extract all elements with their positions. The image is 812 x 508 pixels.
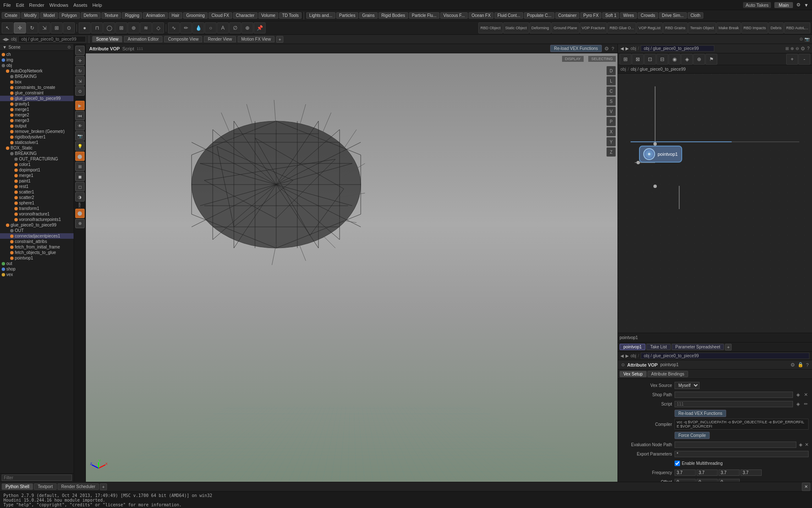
tab-scene-view[interactable]: Scene View (92, 36, 122, 42)
vp-render-icon[interactable]: ◼ (75, 172, 85, 181)
tool-rivet-icon[interactable]: ⊕ (241, 22, 253, 33)
tool-transform-icon[interactable]: ⊞ (51, 22, 63, 33)
viewport-help-icon[interactable]: ? (612, 46, 614, 51)
tool-circle-icon[interactable]: ○ (205, 22, 217, 33)
console-content[interactable]: Python 2.7.9 (default, Oct 24 2013, 17:4… (0, 491, 812, 508)
vp-shading-icon[interactable]: ◑ (75, 192, 85, 202)
toolbar-viscous[interactable]: Viscous F... (440, 12, 468, 19)
tree-item-glue-constraint[interactable]: glue_constraint (0, 90, 74, 96)
ne-icon-zoom-out[interactable]: - (798, 54, 810, 65)
vp-rt-persp-icon[interactable]: P (606, 117, 616, 126)
tree-item-dopimport1[interactable]: dopimport1 (0, 167, 74, 173)
tree-item-out-fracturing[interactable]: OUT_FRACTURING (0, 156, 74, 162)
tree-item-sphere1[interactable]: sphere1 (0, 200, 74, 206)
tree-item-box[interactable]: box (0, 79, 74, 85)
tree-item-pointvop1[interactable]: pointvop1 (0, 255, 74, 261)
tree-item-merge3[interactable]: merge3 (0, 118, 74, 123)
props-tab-pointvop1[interactable]: pointvop1 (620, 344, 645, 350)
toolbar-particles[interactable]: Particles (336, 12, 358, 19)
props-path-fwd[interactable]: ▶ (625, 353, 629, 358)
tree-item-glue-piece[interactable]: glue_piece0_to_piece99 (0, 96, 74, 101)
toolbar-hair[interactable]: Hair (169, 12, 182, 19)
vp-scale-icon[interactable]: ⇲ (75, 76, 85, 86)
ne-icon-2[interactable]: ⊠ (632, 54, 644, 65)
workspace-settings-icon[interactable]: ⚙ (796, 2, 801, 8)
tree-item-output[interactable]: output (0, 123, 74, 129)
props-tab-take-list[interactable]: Take List (646, 344, 670, 350)
viewport-reload-vex-button[interactable]: Re-load VEX Functions (550, 45, 602, 52)
vp-rt-x-icon[interactable]: X (606, 127, 616, 136)
tool-scale-icon[interactable]: ⇲ (38, 22, 50, 33)
right-help-icon[interactable]: ? (807, 46, 809, 51)
prop-script-input[interactable] (675, 401, 793, 407)
tool-metaball-icon[interactable]: ⊛ (128, 22, 140, 33)
prop-freq-4[interactable] (741, 469, 762, 476)
toolbar-cloth[interactable]: Cloth (688, 12, 703, 19)
props-vex-setup-tab[interactable]: Vex Setup (620, 371, 647, 377)
tree-item-obj[interactable]: obj (0, 63, 74, 68)
vp-camera-icon[interactable]: 📷 (75, 131, 85, 141)
tree-item-ch[interactable]: ch (0, 52, 74, 57)
prop-off-3[interactable] (719, 479, 740, 482)
tree-item-out-root[interactable]: out (0, 261, 74, 266)
vp-rt-cam-icon[interactable]: C (606, 86, 616, 96)
tool-tube-icon[interactable]: ⊓ (91, 22, 103, 33)
toolbar-animation[interactable]: Animation (143, 12, 167, 19)
tree-item-shop[interactable]: shop (0, 266, 74, 272)
ne-icon-7[interactable]: ⊕ (693, 54, 705, 65)
prop-force-compile-button[interactable]: Force Compile (675, 432, 710, 439)
tool-sticky-icon[interactable]: 📌 (254, 22, 266, 33)
ne-icon-3[interactable]: ⊡ (644, 54, 656, 65)
prop-reload-vex-button[interactable]: Re-load VEX Functions (675, 410, 726, 417)
tool-null-icon[interactable]: ∅ (229, 22, 241, 33)
vp-rt-y-icon[interactable]: Y (606, 137, 616, 146)
vp-zoom-icon[interactable]: ⊕ (75, 219, 85, 228)
tree-item-merge1b[interactable]: merge1 (0, 173, 74, 178)
right-settings-icon[interactable]: ⚙ (801, 46, 805, 52)
tab-render-view[interactable]: Render View (204, 36, 236, 42)
toolbar-ocean-fx[interactable]: Ocean FX (469, 12, 494, 19)
ne-icon-1[interactable]: ⊞ (620, 54, 631, 65)
vp-wireframe-icon[interactable]: ◻ (75, 182, 85, 191)
console-tab-render-sched[interactable]: Render Scheduler (58, 483, 99, 490)
tree-item-connectadjacent[interactable]: connectadjacentpieces1 (0, 233, 74, 239)
prop-freq-1[interactable] (675, 469, 696, 476)
prop-off-1[interactable] (675, 479, 696, 482)
toolbar-drive-sim[interactable]: Drive Sim... (659, 12, 687, 19)
toolbar-populate-c[interactable]: Populate C... (524, 12, 554, 19)
tree-item-remove-broken[interactable]: remove_broken (Geometr) (0, 129, 74, 134)
tool-make-break-icon[interactable]: Make Break (716, 22, 741, 33)
prop-shop-path-pick-icon[interactable]: ◈ (796, 392, 801, 398)
tree-item-color1[interactable]: color1 (0, 162, 74, 167)
toolbar-modify[interactable]: Modify (21, 12, 39, 19)
prop-export-params-input[interactable] (675, 451, 809, 457)
tree-item-gravity[interactable]: gravity1 (0, 101, 74, 107)
prop-script-pick-icon[interactable]: ◈ (796, 401, 801, 407)
tool-move-icon[interactable]: ✛ (14, 22, 26, 33)
tree-item-breaking[interactable]: BREAKING (0, 74, 74, 79)
vp-grid-icon[interactable]: ⊞ (75, 162, 85, 171)
ne-icon-4[interactable]: ⊟ (656, 54, 668, 65)
node-editor-area[interactable]: pointvop1 (618, 74, 812, 333)
tab-composite-view[interactable]: Composite View (164, 36, 202, 42)
vp-sim-icon[interactable]: ▶ (75, 101, 85, 110)
prop-script-edit-icon[interactable]: ✏ (803, 401, 809, 407)
tree-item-rest1[interactable]: rest1 (0, 184, 74, 189)
prop-eval-path-input[interactable] (675, 442, 796, 448)
tree-item-staticsolver[interactable]: staticsolver1 (0, 140, 74, 145)
props-gear-icon[interactable]: ⚙ (790, 362, 795, 368)
tree-item-paint1[interactable]: paint1 (0, 178, 74, 184)
tree-item-scatter1[interactable]: scatter1 (0, 189, 74, 195)
viewport-settings-icon[interactable]: ⚙ (604, 46, 609, 52)
vp-rt-z-icon[interactable]: Z (606, 147, 616, 157)
tool-rbd-object-icon[interactable]: RBD Object (478, 22, 503, 33)
prop-shop-path-clear-icon[interactable]: ✕ (803, 392, 809, 398)
tool-font-icon[interactable]: A (217, 22, 229, 33)
prop-vex-source-dropdown[interactable]: Myself (675, 382, 700, 389)
toolbar-volume[interactable]: Volume (258, 12, 278, 19)
vp-rotate-icon[interactable]: ↻ (75, 66, 85, 75)
tree-item-out[interactable]: OUT (0, 228, 74, 233)
tool-rotate-icon[interactable]: ↻ (26, 22, 38, 33)
tree-item-vex[interactable]: vex (0, 272, 74, 277)
tool-torus-icon[interactable]: ◯ (103, 22, 115, 33)
